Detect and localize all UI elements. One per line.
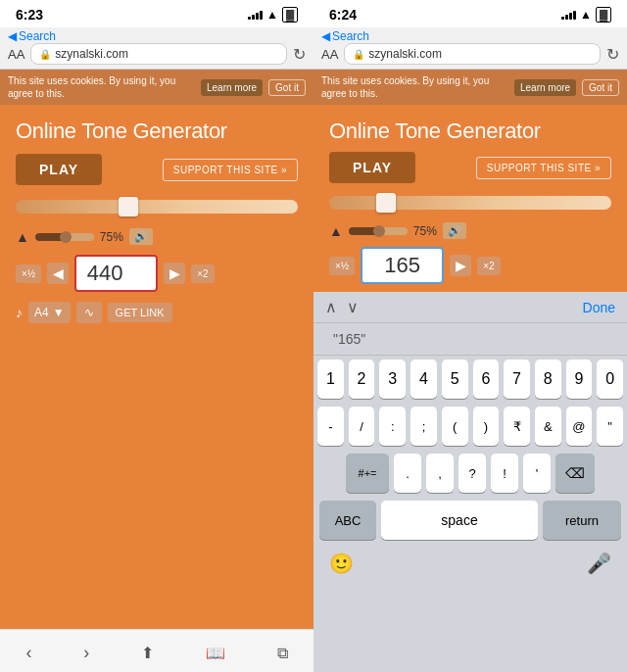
key-close-paren[interactable]: ) xyxy=(473,407,500,446)
emoji-button[interactable]: 🙂 xyxy=(329,552,354,575)
back-label-right: Search xyxy=(332,29,369,43)
aa-button-right[interactable]: AA xyxy=(321,47,338,62)
key-question[interactable]: ? xyxy=(458,454,486,493)
freq-slider-thumb-left xyxy=(119,197,138,216)
key-dash[interactable]: - xyxy=(317,407,344,446)
key-space[interactable]: space xyxy=(381,501,538,540)
key-6[interactable]: 6 xyxy=(473,360,500,399)
freq-value-left: 440 xyxy=(87,261,123,285)
keyboard-done-button[interactable]: Done xyxy=(583,300,615,315)
freq-down-button-left[interactable]: ◀ xyxy=(47,263,69,284)
key-backspace[interactable]: ⌫ xyxy=(555,454,595,493)
key-rupee[interactable]: ₹ xyxy=(504,407,530,446)
freq-up-button-right[interactable]: ▶ xyxy=(450,255,471,276)
key-8[interactable]: 8 xyxy=(535,360,561,399)
volume-low-icon-left: ▲ xyxy=(16,229,29,245)
volume-thumb-left xyxy=(60,231,72,243)
aa-button-left[interactable]: AA xyxy=(8,47,24,62)
key-exclaim[interactable]: ! xyxy=(491,454,518,493)
key-9[interactable]: 9 xyxy=(566,360,593,399)
freq-half-button-right[interactable]: ×½ xyxy=(329,257,355,275)
wave-button-left[interactable]: ∿ xyxy=(76,302,102,323)
freq-double-button-left[interactable]: ×2 xyxy=(191,264,214,283)
key-comma[interactable]: , xyxy=(426,454,454,493)
forward-nav-button-left[interactable]: › xyxy=(75,641,97,665)
freq-display-left[interactable]: 440 Hz xyxy=(74,255,158,292)
note-label-left: A4 xyxy=(34,306,49,319)
key-2[interactable]: 2 xyxy=(349,360,375,399)
key-slash[interactable]: / xyxy=(349,407,375,446)
volume-slider-left[interactable] xyxy=(35,233,94,241)
bookmarks-button-left[interactable]: 📖 xyxy=(198,641,233,665)
arrow-down-button[interactable]: ∨ xyxy=(347,298,359,316)
freq-slider-right[interactable] xyxy=(329,191,611,215)
key-open-paren[interactable]: ( xyxy=(442,407,468,446)
volume-row-left: ▲ 75% 🔊 xyxy=(16,228,298,245)
key-colon[interactable]: : xyxy=(379,407,406,446)
back-button-right[interactable]: ◀ Search xyxy=(321,29,619,43)
key-4[interactable]: 4 xyxy=(410,360,437,399)
refresh-button-right[interactable]: ↻ xyxy=(606,45,619,64)
keyboard-area: ∧ ∨ Done "165" 1 2 3 4 5 6 7 8 9 0 - / : xyxy=(314,292,627,672)
key-1[interactable]: 1 xyxy=(317,360,344,399)
play-button-left[interactable]: PLAY xyxy=(16,154,102,185)
key-7[interactable]: 7 xyxy=(504,360,530,399)
bookmarks-icon-left: 📖 xyxy=(206,645,225,661)
key-row-bottom: ABC space return xyxy=(314,497,627,544)
note-icon-left: ♪ xyxy=(16,305,23,320)
got-it-button-left[interactable]: Got it xyxy=(268,79,306,96)
key-semicolon[interactable]: ; xyxy=(410,407,437,446)
note-select-left[interactable]: A4 ▼ xyxy=(28,302,71,323)
learn-more-button-left[interactable]: Learn more xyxy=(201,79,263,96)
freq-unit-left: Hz xyxy=(129,267,146,283)
volume-slider-right[interactable] xyxy=(349,227,408,235)
key-0[interactable]: 0 xyxy=(597,360,623,399)
key-quote[interactable]: " xyxy=(597,407,623,446)
autocomplete-item[interactable]: "165" xyxy=(325,329,373,349)
support-button-left[interactable]: SUPPORT THIS SITE » xyxy=(163,159,298,181)
get-link-button-left[interactable]: GET LINK xyxy=(108,303,172,322)
freq-slider-track-left xyxy=(16,200,298,214)
lock-icon-right: 🔒 xyxy=(353,49,364,60)
key-symbols-switch[interactable]: #+= xyxy=(346,454,389,493)
arrow-up-button[interactable]: ∧ xyxy=(325,298,337,316)
status-icons-left: ▲ ▓ xyxy=(248,7,298,23)
freq-value-right: 165 xyxy=(384,253,420,277)
key-at[interactable]: @ xyxy=(566,407,593,446)
nav-bar-left: ◀ Search AA 🔒 szynalski.com ↻ xyxy=(0,27,314,70)
freq-row-right: ×½ 165 ▶ ×2 xyxy=(329,247,611,284)
cookie-banner-right: This site uses cookies. By using it, you… xyxy=(314,70,627,105)
mic-button[interactable]: 🎤 xyxy=(587,552,611,575)
key-ampersand[interactable]: & xyxy=(535,407,561,446)
time-right: 6:24 xyxy=(329,7,357,23)
freq-up-button-left[interactable]: ▶ xyxy=(164,263,185,284)
speaker-button-left[interactable]: 🔊 xyxy=(129,228,153,245)
url-bar-left[interactable]: 🔒 szynalski.com xyxy=(30,43,287,65)
volume-percent-right: 75% xyxy=(413,224,437,238)
freq-slider-left[interactable] xyxy=(16,195,298,218)
signal-icon-right xyxy=(561,10,576,20)
support-button-right[interactable]: SUPPORT THIS SITE » xyxy=(476,157,611,179)
key-abc[interactable]: ABC xyxy=(319,501,376,540)
key-5[interactable]: 5 xyxy=(442,360,468,399)
url-text-left: szynalski.com xyxy=(55,47,128,61)
url-bar-right[interactable]: 🔒 szynalski.com xyxy=(344,43,601,65)
back-nav-button-left[interactable]: ‹ xyxy=(18,641,39,665)
got-it-button-right[interactable]: Got it xyxy=(582,79,619,96)
key-return[interactable]: return xyxy=(543,501,621,540)
key-apostrophe[interactable]: ' xyxy=(523,454,551,493)
speaker-button-right[interactable]: 🔊 xyxy=(443,222,466,239)
back-button-left[interactable]: ◀ Search xyxy=(8,29,306,43)
learn-more-button-right[interactable]: Learn more xyxy=(514,79,576,96)
freq-half-button-left[interactable]: ×½ xyxy=(16,264,41,283)
freq-display-right[interactable]: 165 xyxy=(361,247,444,284)
key-row-symbols2: #+= . , ? ! ' ⌫ xyxy=(314,450,627,497)
share-nav-button-left[interactable]: ⬆ xyxy=(133,641,162,665)
key-period[interactable]: . xyxy=(394,454,421,493)
refresh-button-left[interactable]: ↻ xyxy=(293,45,306,64)
key-3[interactable]: 3 xyxy=(379,360,406,399)
tabs-button-left[interactable]: ⧉ xyxy=(269,641,296,665)
freq-double-button-right[interactable]: ×2 xyxy=(477,257,500,275)
freq-slider-track-right xyxy=(329,196,611,210)
play-button-right[interactable]: PLAY xyxy=(329,152,415,183)
